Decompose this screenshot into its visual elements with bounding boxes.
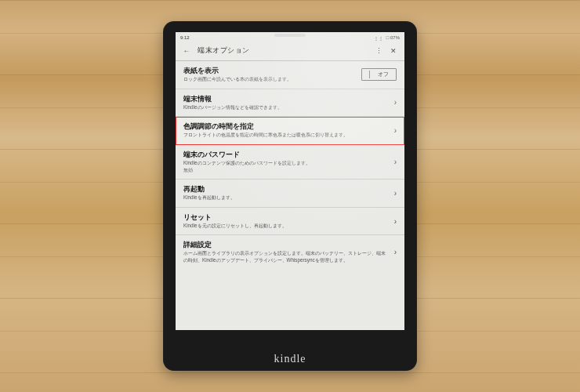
row-desc: Kindleのバージョン情報などを確認できます。 — [183, 104, 390, 111]
row-desc: Kindleのコンテンツ保護のためのパスワードを設定します。 — [183, 160, 390, 167]
chevron-right-icon: › — [394, 217, 397, 226]
back-icon[interactable]: ← — [182, 47, 191, 55]
chevron-right-icon: › — [394, 98, 397, 107]
header: ← 端末オプション ⋮ ✕ — [176, 43, 404, 61]
row-device-info[interactable]: 端末情報 Kindleのバージョン情報などを確認できます。 › — [176, 89, 404, 118]
row-show-cover[interactable]: 表紙を表示 ロック画面に今読んでいる本の表紙を表示します。 オフ — [176, 61, 404, 89]
page-title: 端末オプション — [191, 45, 375, 56]
chevron-right-icon: › — [394, 158, 397, 166]
more-icon[interactable]: ⋮ — [375, 47, 384, 55]
row-desc: ロック画面に今読んでいる本の表紙を表示します。 — [183, 76, 357, 83]
row-title: 色調調節の時間を指定 — [183, 122, 390, 131]
chevron-right-icon: › — [394, 248, 397, 256]
chevron-right-icon: › — [394, 126, 397, 135]
close-icon[interactable]: ✕ — [389, 47, 398, 55]
row-desc: フロントライトの色温度を指定の時間に寒色系または暖色系に切り替えます。 — [183, 132, 390, 139]
chevron-right-icon: › — [394, 189, 397, 198]
row-desc: ホーム画面とライブラリの表示オプションを設定します。端末のバッテリー、ストレージ… — [183, 250, 390, 263]
row-warm-light-schedule[interactable]: 色調調節の時間を指定 フロントライトの色温度を指定の時間に寒色系または暖色系に切… — [176, 117, 404, 145]
toggle-off[interactable]: オフ — [361, 68, 397, 81]
row-sub: 無効 — [183, 168, 390, 173]
brand-logo: kindle — [163, 353, 417, 365]
row-title: 再起動 — [183, 185, 390, 194]
row-title: 表紙を表示 — [183, 67, 357, 75]
row-advanced[interactable]: 詳細設定 ホーム画面とライブラリの表示オプションを設定します。端末のバッテリー、… — [176, 235, 404, 269]
row-title: 詳細設定 — [183, 241, 390, 249]
row-restart[interactable]: 再起動 Kindleを再起動します。 › — [176, 180, 404, 208]
row-title: リセット — [183, 213, 390, 222]
screen: 9:12 ⋮⋮ □ 07% ← 端末オプション ⋮ ✕ 表紙を表示 ロック画面に… — [176, 32, 404, 330]
wifi-icon: ⋮⋮ — [374, 35, 383, 41]
row-desc: Kindleを元の設定にリセットし、再起動します。 — [183, 223, 390, 230]
settings-list: 表紙を表示 ロック画面に今読んでいる本の表紙を表示します。 オフ 端末情報 Ki… — [176, 61, 404, 330]
notch — [274, 34, 306, 37]
row-desc: Kindleを再起動します。 — [183, 194, 390, 201]
row-reset[interactable]: リセット Kindleを元の設定にリセットし、再起動します。 › — [176, 208, 404, 236]
row-title: 端末情報 — [183, 95, 390, 103]
status-time: 9:12 — [180, 35, 190, 40]
row-device-password[interactable]: 端末のパスワード Kindleのコンテンツ保護のためのパスワードを設定します。 … — [176, 145, 404, 180]
row-title: 端末のパスワード — [183, 151, 390, 159]
kindle-device-frame: 9:12 ⋮⋮ □ 07% ← 端末オプション ⋮ ✕ 表紙を表示 ロック画面に… — [163, 21, 417, 371]
status-battery: □ 07% — [386, 35, 400, 40]
